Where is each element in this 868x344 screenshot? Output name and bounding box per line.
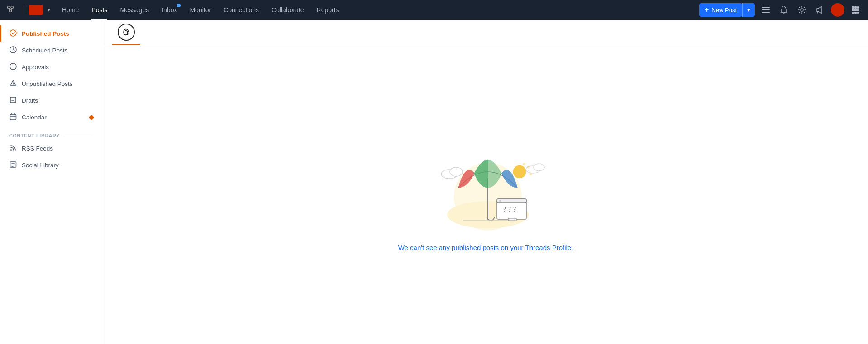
nav-inbox[interactable]: Inbox — [155, 0, 183, 20]
tab-threads[interactable] — [112, 20, 140, 45]
svg-line-3 — [9, 9, 10, 9]
svg-rect-5 — [762, 7, 770, 8]
new-post-caret-button[interactable]: ▾ — [742, 3, 755, 17]
gear-icon-button[interactable] — [795, 3, 809, 17]
bell-icon-button[interactable] — [777, 3, 791, 17]
published-posts-icon — [9, 29, 17, 38]
svg-rect-22 — [10, 97, 16, 103]
sprout-logo-icon — [5, 4, 15, 16]
svg-point-0 — [8, 6, 10, 8]
content-area: ? ? ? We can't see any published posts o… — [103, 20, 868, 344]
sidebar-label-approvals: Approvals — [22, 64, 49, 71]
sidebar-item-unpublished-posts[interactable]: Unpublished Posts — [0, 75, 103, 92]
user-avatar[interactable] — [831, 3, 844, 17]
svg-rect-16 — [854, 12, 857, 14]
sidebar-item-approvals[interactable]: Approvals — [0, 59, 103, 75]
nav-right-actions: + New Post ▾ — [699, 3, 863, 17]
sidebar-item-calendar[interactable]: Calendar — [0, 109, 103, 126]
scheduled-posts-icon — [9, 46, 17, 55]
nav-divider — [22, 5, 22, 14]
empty-state-message: We can't see any published posts on your… — [398, 244, 573, 251]
svg-point-29 — [450, 167, 463, 176]
inbox-badge — [177, 4, 181, 7]
empty-illustration: ? ? ? — [422, 138, 549, 233]
svg-rect-23 — [10, 114, 16, 120]
svg-rect-12 — [852, 9, 854, 11]
sidebar-item-rss-feeds[interactable]: RSS Feeds — [0, 140, 103, 157]
svg-rect-13 — [854, 9, 857, 11]
svg-rect-14 — [857, 9, 859, 11]
nav-reports[interactable]: Reports — [310, 0, 345, 20]
sidebar-item-scheduled-posts[interactable]: Scheduled Posts — [0, 42, 103, 59]
new-post-button[interactable]: + New Post — [699, 3, 742, 17]
svg-rect-7 — [762, 12, 770, 13]
menu-icon-button[interactable] — [758, 3, 773, 17]
sidebar-item-social-library[interactable]: Social Library — [0, 157, 103, 174]
content-library-section: CONTENT LIBRARY — [0, 126, 103, 140]
main-layout: Published Posts Scheduled Posts Approval… — [0, 20, 868, 344]
unpublished-posts-icon — [9, 80, 17, 88]
apps-grid-button[interactable] — [848, 3, 863, 17]
plus-icon: + — [705, 6, 709, 14]
sidebar-label-published-posts: Published Posts — [22, 30, 69, 37]
sidebar-label-social-library: Social Library — [22, 162, 59, 169]
svg-point-42 — [499, 200, 501, 202]
empty-state: ? ? ? We can't see any published posts o… — [103, 45, 868, 344]
sidebar-label-calendar: Calendar — [22, 114, 47, 121]
top-navigation: ▾ Home Posts Messages Inbox Monitor Conn… — [0, 0, 868, 20]
svg-point-8 — [801, 9, 803, 11]
nav-collaborate[interactable]: Collaborate — [265, 0, 310, 20]
calendar-notification-badge — [89, 115, 94, 120]
approvals-icon — [9, 63, 17, 71]
svg-point-20 — [10, 63, 16, 70]
calendar-icon — [9, 113, 17, 122]
sidebar: Published Posts Scheduled Posts Approval… — [0, 20, 103, 344]
social-library-icon — [9, 161, 17, 170]
brand-caret-icon[interactable]: ▾ — [48, 7, 50, 13]
sidebar-item-published-posts[interactable]: Published Posts — [0, 25, 103, 42]
svg-rect-15 — [852, 12, 854, 14]
sidebar-label-scheduled-posts: Scheduled Posts — [22, 47, 67, 54]
svg-point-30 — [513, 165, 526, 178]
nav-posts[interactable]: Posts — [85, 0, 114, 20]
svg-line-4 — [10, 9, 12, 9]
svg-rect-39 — [508, 218, 516, 221]
nav-monitor[interactable]: Monitor — [183, 0, 217, 20]
empty-message-prefix: We can't see any published posts on your — [398, 244, 525, 251]
svg-point-2 — [9, 9, 12, 11]
tabs-bar — [103, 20, 868, 45]
sidebar-item-drafts[interactable]: Drafts — [0, 92, 103, 109]
nav-connections[interactable]: Connections — [217, 0, 265, 20]
svg-point-21 — [13, 85, 14, 85]
sidebar-label-drafts: Drafts — [22, 97, 38, 104]
svg-point-1 — [11, 6, 13, 8]
svg-rect-11 — [857, 6, 859, 9]
svg-point-24 — [10, 149, 12, 151]
rss-feeds-icon — [9, 144, 17, 153]
svg-point-35 — [534, 164, 544, 171]
nav-home[interactable]: Home — [56, 0, 85, 20]
nav-messages[interactable]: Messages — [114, 0, 155, 20]
logo-area: ▾ — [5, 4, 50, 16]
threads-icon — [118, 24, 135, 41]
threads-profile-link[interactable]: Threads Profile — [525, 244, 571, 251]
svg-rect-6 — [762, 9, 770, 10]
svg-rect-9 — [852, 6, 854, 9]
brand-logo[interactable] — [29, 5, 43, 15]
empty-message-suffix: . — [571, 244, 573, 251]
sidebar-label-rss-feeds: RSS Feeds — [22, 145, 53, 152]
sidebar-label-unpublished-posts: Unpublished Posts — [22, 80, 73, 87]
svg-rect-10 — [854, 6, 857, 9]
svg-rect-17 — [857, 12, 859, 14]
svg-point-33 — [523, 163, 525, 165]
svg-rect-41 — [497, 199, 526, 203]
svg-text:? ? ?: ? ? ? — [503, 205, 516, 213]
drafts-icon — [9, 96, 17, 105]
new-post-label: New Post — [711, 7, 737, 14]
megaphone-icon-button[interactable] — [813, 3, 827, 17]
nav-links: Home Posts Messages Inbox Monitor Connec… — [56, 0, 697, 20]
